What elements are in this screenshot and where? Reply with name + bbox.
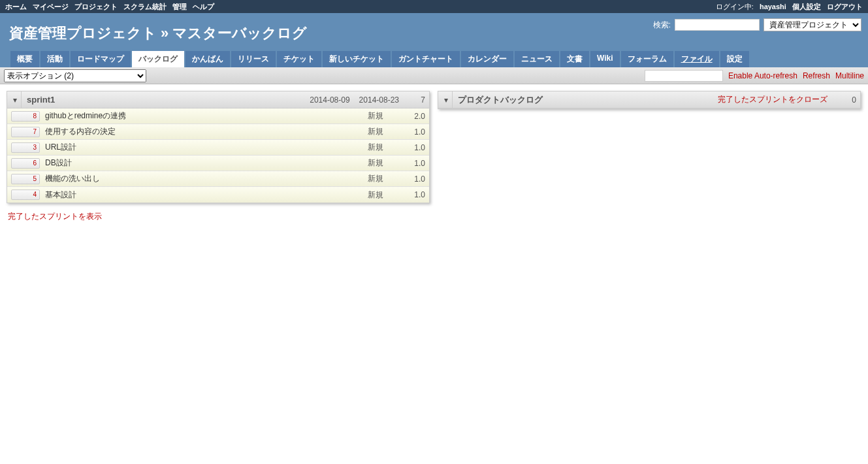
story-id-chip[interactable]: 6 (11, 158, 40, 169)
content: ▾ sprint1 2014-08-09 2014-08-23 7 8githu… (0, 84, 868, 231)
product-backlog-count: 0 (843, 95, 856, 105)
project-jump-select[interactable]: 資産管理プロジェクト (764, 18, 861, 31)
story-points: 1.0 (406, 143, 425, 152)
main-menu: 概要 活動 ロードマップ バックログ かんばん リリース チケット 新しいチケッ… (7, 51, 861, 67)
tab-settings[interactable]: 設定 (720, 51, 749, 67)
topnav-home[interactable]: ホーム (5, 3, 27, 10)
story-row[interactable]: 4基本設計新規1.0 (7, 187, 429, 203)
story-subject: URL設計 (45, 142, 362, 153)
tab-new-issue[interactable]: 新しいチケット (323, 51, 391, 67)
story-points: 1.0 (406, 190, 425, 199)
product-backlog-header: ▾ プロダクトバックログ 完了したスプリントをクローズ 0 (438, 91, 860, 108)
topnav-myaccount[interactable]: 個人設定 (792, 3, 821, 10)
story-id-chip[interactable]: 8 (11, 111, 40, 122)
sprints-column: ▾ sprint1 2014-08-09 2014-08-23 7 8githu… (7, 91, 430, 225)
story-row[interactable]: 6DB設計新規1.0 (7, 156, 429, 171)
sprint-panel: ▾ sprint1 2014-08-09 2014-08-23 7 8githu… (7, 91, 430, 203)
story-status: 新規 (368, 173, 400, 184)
topnav-projects[interactable]: プロジェクト (74, 3, 118, 10)
tab-documents[interactable]: 文書 (560, 51, 589, 67)
product-backlog-panel: ▾ プロダクトバックログ 完了したスプリントをクローズ 0 (438, 91, 861, 109)
story-status: 新規 (368, 126, 400, 137)
story-id-chip[interactable]: 7 (11, 127, 40, 137)
story-id-chip[interactable]: 5 (11, 174, 40, 184)
story-row[interactable]: 8githubとredmineの連携新規2.0 (7, 108, 429, 124)
story-subject: 使用する内容の決定 (45, 126, 362, 137)
topnav-help[interactable]: ヘルプ (193, 3, 214, 10)
topnav-scrum-stats[interactable]: スクラム統計 (123, 3, 167, 10)
toolbar-search-input[interactable] (645, 70, 723, 82)
tab-files[interactable]: ファイル (675, 51, 719, 67)
story-status: 新規 (368, 190, 400, 201)
topnav-admin[interactable]: 管理 (172, 3, 187, 10)
sprint-total-points: 7 (412, 95, 425, 105)
tab-activity[interactable]: 活動 (40, 51, 69, 67)
story-row[interactable]: 3URL設計新規1.0 (7, 140, 429, 156)
story-points: 1.0 (406, 127, 425, 137)
product-backlog-title: プロダクトバックログ (458, 94, 713, 106)
page-title: 資産管理プロジェクト » マスターバックログ (7, 18, 307, 51)
sprint-panel-header: ▾ sprint1 2014-08-09 2014-08-23 7 (7, 91, 429, 108)
toolbar-right: Enable Auto-refresh Refresh Multiline (645, 70, 864, 82)
sprint-end-date: 2014-08-23 (359, 95, 399, 105)
story-points: 1.0 (406, 174, 425, 184)
top-menu-right: ログイン中: hayashi 個人設定 ログアウト (713, 2, 863, 12)
toolbar: 表示オプション (2) Enable Auto-refresh Refresh … (0, 67, 868, 84)
refresh-link[interactable]: Refresh (803, 71, 830, 80)
close-completed-sprints-link[interactable]: 完了したスプリントをクローズ (718, 94, 828, 105)
tab-roadmap[interactable]: ロードマップ (71, 51, 131, 67)
topnav-mypage[interactable]: マイページ (33, 3, 69, 10)
show-closed-sprints-link[interactable]: 完了したスプリントを表示 (7, 208, 103, 225)
sprint-title[interactable]: sprint1 (27, 95, 300, 105)
tab-backlog[interactable]: バックログ (132, 51, 184, 67)
search-area: 検索: 資産管理プロジェクト (653, 18, 861, 31)
top-menu-left: ホーム マイページ プロジェクト スクラム統計 管理 ヘルプ (5, 2, 218, 12)
story-points: 1.0 (406, 159, 425, 168)
tab-release[interactable]: リリース (231, 51, 276, 67)
story-points: 2.0 (406, 112, 425, 121)
tab-kanban[interactable]: かんばん (185, 51, 230, 67)
topnav-logout[interactable]: ログアウト (827, 3, 863, 10)
tab-overview[interactable]: 概要 (10, 51, 39, 67)
enable-autorefresh-link[interactable]: Enable Auto-refresh (728, 71, 797, 80)
tab-forums[interactable]: フォーラム (621, 51, 673, 67)
logged-in-label: ログイン中: (716, 3, 754, 10)
product-backlog-column: ▾ プロダクトバックログ 完了したスプリントをクローズ 0 (438, 91, 861, 114)
search-label: 検索: (653, 20, 671, 31)
multiline-link[interactable]: Multiline (835, 71, 864, 80)
story-status: 新規 (368, 157, 400, 169)
search-input[interactable] (675, 19, 760, 31)
story-row[interactable]: 5機能の洗い出し新規1.0 (7, 171, 429, 187)
chevron-down-icon[interactable]: ▾ (11, 91, 22, 108)
story-id-chip[interactable]: 4 (11, 190, 40, 200)
current-user-link[interactable]: hayashi (760, 3, 786, 10)
story-row[interactable]: 7使用する内容の決定新規1.0 (7, 124, 429, 140)
story-subject: githubとredmineの連携 (45, 110, 362, 122)
story-id-chip[interactable]: 3 (11, 142, 40, 153)
top-menu: ホーム マイページ プロジェクト スクラム統計 管理 ヘルプ ログイン中: ha… (0, 0, 868, 13)
story-status: 新規 (368, 142, 400, 153)
tab-news[interactable]: ニュース (515, 51, 559, 67)
header: 資産管理プロジェクト » マスターバックログ 検索: 資産管理プロジェクト 概要… (0, 13, 868, 67)
tab-gantt[interactable]: ガントチャート (392, 51, 460, 67)
story-subject: DB設計 (45, 157, 362, 169)
story-status: 新規 (368, 110, 400, 122)
sprint-stories: 8githubとredmineの連携新規2.07使用する内容の決定新規1.03U… (7, 108, 429, 203)
tab-issues[interactable]: チケット (277, 51, 321, 67)
sprint-start-date: 2014-08-09 (310, 95, 349, 105)
tab-wiki[interactable]: Wiki (590, 51, 620, 67)
view-options-select[interactable]: 表示オプション (2) (4, 69, 146, 82)
tab-calendar[interactable]: カレンダー (461, 51, 513, 67)
chevron-down-icon[interactable]: ▾ (442, 91, 453, 108)
story-subject: 基本設計 (45, 190, 362, 201)
story-subject: 機能の洗い出し (45, 173, 362, 184)
